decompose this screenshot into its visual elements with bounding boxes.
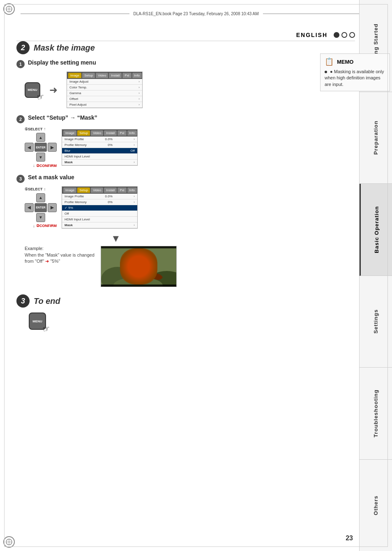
step1-arrow: ➜: [49, 84, 58, 96]
sub-step-title-3: Set a mask value: [28, 174, 74, 181]
confirm-label-step2: ②CONFIRM: [36, 164, 57, 168]
down-arrow: ▼: [111, 233, 353, 244]
dpad-down-3: ▼: [36, 213, 45, 222]
menu-row2-profile-mem: Profile Memory0%›: [62, 142, 137, 148]
menu-row3-profile-mem: Profile Memory0%›: [62, 199, 137, 205]
dpad-illus-step2: ①SELECT ↑ ▲ ◀ ENTER ▶: [25, 127, 57, 168]
to-end-title: 3 To end: [16, 294, 353, 308]
step2-area: 2 Select “Setup” → “Mask” ①SELECT ↑ ▲: [16, 114, 353, 168]
step2-illustration: ①SELECT ↑ ▲ ◀ ENTER ▶: [25, 127, 353, 168]
sidebar-item-settings: Settings: [360, 276, 392, 368]
menu-row3-hdmi: HDMI Input Level: [62, 217, 137, 222]
step1-illustration: MENU ☞ ➜ Image Setup Video Install Pxl I…: [25, 72, 353, 108]
hand-icon-end: ☞: [42, 324, 51, 335]
memo-box: 📋 MEMO ● Masking is available only when …: [320, 53, 390, 91]
menu-row-gamma: Gamma›: [67, 90, 142, 96]
dot-2: [341, 32, 347, 38]
sub-step-title-1: Display the setting menu: [28, 59, 96, 66]
memo-icon: 📋: [325, 57, 334, 66]
dpad-up-3: ▲: [36, 193, 45, 202]
sub-step-3-header: 3 Set a mask value: [16, 174, 353, 183]
to-end-section: 3 To end MENU ☞: [16, 294, 353, 330]
hand-icon: ☞: [36, 91, 45, 102]
dpad-step2: ▲ ◀ ENTER ▶ ▼: [25, 133, 57, 162]
menu-row2-hdmi: HDMI Input Level: [62, 154, 137, 160]
sidebar-item-others: Others: [360, 460, 392, 551]
sidebar-item-troubleshooting: Troubleshooting: [360, 368, 392, 460]
dpad-left: ◀: [25, 143, 34, 152]
menu-row-pixel-adjust: Pixel Adjust›: [67, 102, 142, 108]
sub-step-num-1: 1: [16, 60, 25, 68]
svg-point-26: [141, 278, 148, 282]
svg-point-22: [141, 254, 147, 262]
select-label-step3: ①SELECT: [25, 187, 43, 191]
language-label: ENGLISH: [296, 32, 327, 38]
sub-step-title-2: Select “Setup” → “Mask”: [28, 114, 97, 121]
corner-circle-tl: [3, 3, 15, 15]
step1-area: 1 Display the setting menu MENU ☞ ➜ Imag…: [16, 59, 353, 108]
main-content: 2 Mask the image 1 Display the setting m…: [16, 41, 353, 535]
menu-row2-blur: BlurOff: [62, 148, 137, 154]
dpad-enter-3: ENTER: [35, 203, 47, 212]
sub-step-1-header: 1 Display the setting menu: [16, 59, 353, 68]
menu-mockup-step1: Image Setup Video Install Pxl Info Image…: [67, 72, 143, 108]
dpad-up: ▲: [36, 133, 45, 142]
menu-row3-5pct: ✓ 5%: [62, 205, 137, 211]
page-number: 23: [346, 535, 353, 542]
bullet-dot: [325, 71, 327, 73]
dpad-right: ▶: [48, 143, 57, 152]
dot-3: [349, 32, 355, 38]
meta-text: DLA-RS1E_EN.book Page 23 Tuesday, Februa…: [134, 12, 259, 16]
sub-step-num-2: 2: [16, 115, 25, 123]
select-label-step2: ①SELECT: [25, 127, 43, 131]
sub-step-num-3: 3: [16, 175, 25, 183]
dpad-illus-step3: ①SELECT ↑ ▲ ◀ ENTER ▶: [25, 187, 57, 228]
header-bar: ENGLISH: [16, 29, 355, 41]
svg-point-19: [140, 262, 142, 264]
memo-title-row: 📋 MEMO: [325, 57, 385, 66]
dpad-step3: ▲ ◀ ENTER ▶ ▼: [25, 193, 57, 222]
main-section-title: 2 Mask the image: [16, 41, 353, 54]
example-label: Example:: [25, 246, 95, 251]
example-text-block: Example: When the "Mask" value is change…: [25, 246, 95, 265]
menu-row3-mask: Mask›: [62, 222, 137, 228]
menu-button-illus: MENU ☞: [25, 82, 40, 98]
sidebar-item-preparation: Preparation: [360, 92, 392, 184]
svg-point-20: [137, 264, 139, 266]
svg-point-25: [129, 278, 135, 282]
menu-mockup-step3: Image Setup Video Install Pxl Info Image…: [62, 186, 138, 229]
menu-mockup-step2: Image Setup Video Install Pxl Info Image…: [62, 129, 138, 166]
menu-row2-mask: Mask›: [62, 160, 137, 165]
corner-circle-bl: [3, 536, 15, 548]
to-end-circle: 3: [16, 294, 30, 308]
svg-point-17: [131, 256, 145, 271]
menu-row3-off: Off: [62, 211, 137, 217]
menu-row-offset: Offset›: [67, 96, 142, 102]
language-dots: [334, 32, 355, 38]
to-end-heading: To end: [34, 296, 60, 306]
menu-row2-img-profile: Image Profile0.0%›: [62, 137, 137, 142]
dpad-down: ▼: [36, 153, 45, 162]
sidebar-item-basic-operation: Basic Operation: [360, 184, 392, 276]
sub-step-2-header: 2 Select “Setup” → “Mask”: [16, 114, 353, 123]
dpad-right-3: ▶: [48, 203, 57, 212]
dpad-left-3: ◀: [25, 203, 34, 212]
to-end-illustration: MENU ☞: [29, 313, 353, 330]
confirm-label-step3: ②CONFIRM: [36, 224, 57, 228]
svg-point-23: [134, 263, 137, 266]
main-step-circle: 2: [16, 41, 30, 54]
svg-point-16: [126, 264, 150, 282]
menu-row3-img-profile: Image Profile0.0%›: [62, 194, 137, 199]
svg-point-18: [134, 262, 136, 264]
memo-title: MEMO: [337, 59, 353, 65]
menu-row-color-temp: Color Temp.›: [67, 85, 142, 90]
example-text: When the "Mask" value is changedfrom "Of…: [25, 252, 95, 265]
dpad-enter: ENTER: [35, 143, 47, 152]
step3-area: 3 Set a mask value ①SELECT ↑ ▲ ◀: [16, 174, 353, 287]
main-step-title: Mask the image: [34, 43, 95, 53]
svg-point-21: [129, 254, 135, 262]
top-meta-bar: DLA-RS1E_EN.book Page 23 Tuesday, Februa…: [21, 12, 371, 16]
animal-photo: [101, 246, 177, 287]
svg-point-24: [139, 263, 143, 266]
example-section: Example: When the "Mask" value is change…: [25, 246, 353, 287]
